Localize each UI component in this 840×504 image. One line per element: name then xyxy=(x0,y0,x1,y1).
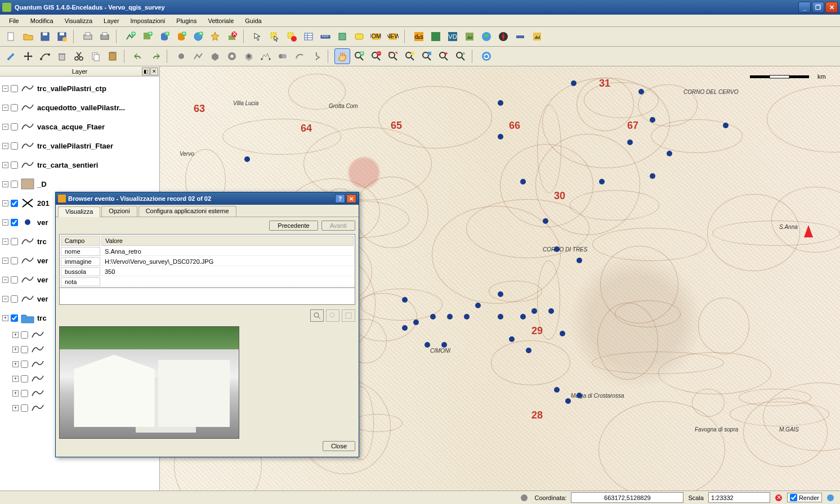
layer-checkbox[interactable] xyxy=(11,123,18,130)
zoom-full-button[interactable] xyxy=(385,48,401,64)
map-tips-button[interactable] xyxy=(351,29,367,44)
survey-point[interactable] xyxy=(723,123,729,128)
survey-point[interactable] xyxy=(520,179,526,184)
survey-point[interactable] xyxy=(498,291,503,297)
survey-point[interactable] xyxy=(650,117,655,123)
dialog-close-button[interactable]: ✕ xyxy=(346,194,356,203)
survey-point[interactable] xyxy=(560,331,565,336)
scale-field[interactable]: 1:23332 xyxy=(708,492,770,503)
layer-item[interactable]: −acquedotto_vallePilastr... xyxy=(1,98,158,117)
undo-button[interactable] xyxy=(131,48,146,64)
zoom-last-button[interactable] xyxy=(436,48,452,64)
refresh-button[interactable] xyxy=(479,48,494,64)
menu-layer[interactable]: Layer xyxy=(98,16,125,25)
plugin-button-4[interactable] xyxy=(512,29,528,44)
new-vector-layer-button[interactable] xyxy=(207,29,223,44)
zoom-image-button[interactable] xyxy=(310,309,324,322)
tree-toggle[interactable]: + xyxy=(12,332,19,338)
layer-checkbox[interactable] xyxy=(21,404,28,412)
remove-layer-button[interactable]: ✕ xyxy=(224,29,240,44)
menu-visualizza[interactable]: Visualizza xyxy=(59,16,98,25)
zoom-selection-button[interactable] xyxy=(402,48,418,64)
survey-point[interactable] xyxy=(244,156,250,162)
move-feature-button[interactable] xyxy=(20,48,36,64)
survey-point[interactable] xyxy=(638,89,644,94)
reshape-button[interactable] xyxy=(309,48,324,64)
plugin-button-3[interactable] xyxy=(462,29,477,44)
layer-checkbox[interactable] xyxy=(11,104,18,111)
survey-point[interactable] xyxy=(571,80,577,86)
capture-polygon-button[interactable] xyxy=(207,48,223,64)
layer-item[interactable]: −trc_carta_sentieri xyxy=(1,155,158,174)
layers-close-button[interactable]: ✕ xyxy=(150,68,158,75)
add-postgis-layer-button[interactable]: + xyxy=(157,29,172,44)
tree-toggle[interactable]: − xyxy=(2,105,8,111)
layer-checkbox[interactable] xyxy=(21,361,28,368)
survey-point[interactable] xyxy=(447,314,453,320)
survey-point[interactable] xyxy=(543,218,548,224)
render-checkbox[interactable] xyxy=(790,494,797,501)
layer-item[interactable]: −trc_vallePilastri_Ftaer xyxy=(1,136,158,155)
survey-point[interactable] xyxy=(402,325,408,331)
survey-point[interactable] xyxy=(650,173,655,179)
survey-point[interactable] xyxy=(498,314,503,320)
survey-point[interactable] xyxy=(577,258,582,263)
tree-toggle[interactable]: + xyxy=(12,361,19,367)
layer-checkbox[interactable] xyxy=(21,375,28,382)
add-wms-layer-button[interactable]: + xyxy=(190,29,206,44)
layer-item[interactable]: −trc_vallePilastri_ctp xyxy=(1,79,158,98)
survey-point[interactable] xyxy=(554,246,560,252)
menu-modifica[interactable]: Modifica xyxy=(25,16,59,25)
attribute-table-button[interactable] xyxy=(301,29,316,44)
layer-checkbox[interactable] xyxy=(11,142,18,150)
tab-opzioni[interactable]: Opzioni xyxy=(101,206,137,217)
edit-pencil-button[interactable] xyxy=(3,48,19,64)
minimize-button[interactable]: _ xyxy=(798,2,811,13)
survey-point[interactable] xyxy=(498,134,503,140)
plugin-button-2[interactable]: VD xyxy=(445,29,461,44)
projection-button[interactable] xyxy=(824,492,837,503)
survey-point[interactable] xyxy=(413,320,419,325)
zoom-in-button[interactable]: + xyxy=(351,48,367,64)
print-composer-button[interactable] xyxy=(80,29,96,44)
layer-checkbox[interactable] xyxy=(11,219,18,226)
split-button[interactable] xyxy=(275,48,291,64)
new-project-button[interactable] xyxy=(3,29,19,44)
tree-toggle[interactable]: − xyxy=(2,86,8,92)
tree-toggle[interactable]: − xyxy=(2,296,8,302)
layers-detach-button[interactable]: ◧ xyxy=(142,68,150,75)
survey-point[interactable] xyxy=(554,387,560,393)
survey-point[interactable] xyxy=(475,303,481,308)
survey-point[interactable] xyxy=(565,398,571,404)
layer-checkbox[interactable] xyxy=(21,346,28,353)
survey-point[interactable] xyxy=(520,314,526,320)
tree-toggle[interactable]: − xyxy=(2,238,8,245)
add-raster-layer-button[interactable]: + xyxy=(140,29,155,44)
tree-toggle[interactable]: − xyxy=(2,162,8,168)
delete-feature-button[interactable] xyxy=(54,48,70,64)
survey-point[interactable] xyxy=(577,393,582,398)
toggle-extents-button[interactable] xyxy=(518,492,530,503)
survey-point[interactable] xyxy=(441,342,447,348)
select-button[interactable] xyxy=(267,29,283,44)
pan-button[interactable] xyxy=(334,48,350,64)
layer-checkbox[interactable] xyxy=(21,331,28,339)
tree-toggle[interactable]: − xyxy=(2,181,8,187)
print-button[interactable] xyxy=(97,29,113,44)
identify-button[interactable] xyxy=(250,29,266,44)
zoom-out-button[interactable]: − xyxy=(368,48,384,64)
menu-plugins[interactable]: Plugins xyxy=(171,16,202,25)
save-project-button[interactable] xyxy=(37,29,53,44)
tree-toggle[interactable]: − xyxy=(2,258,8,264)
layer-item[interactable]: −vasca_acque_Ftaer xyxy=(1,117,158,136)
survey-point[interactable] xyxy=(425,342,430,348)
node-tool-button[interactable] xyxy=(37,48,53,64)
menu-impostazioni[interactable]: Impostazioni xyxy=(125,16,171,25)
add-island-button[interactable] xyxy=(241,48,257,64)
maximize-button[interactable]: ❐ xyxy=(812,2,824,13)
simplify-button[interactable] xyxy=(258,48,274,64)
layer-checkbox[interactable] xyxy=(21,390,28,397)
survey-point[interactable] xyxy=(402,297,408,303)
survey-point[interactable] xyxy=(531,308,537,314)
cut-button[interactable] xyxy=(71,48,87,64)
